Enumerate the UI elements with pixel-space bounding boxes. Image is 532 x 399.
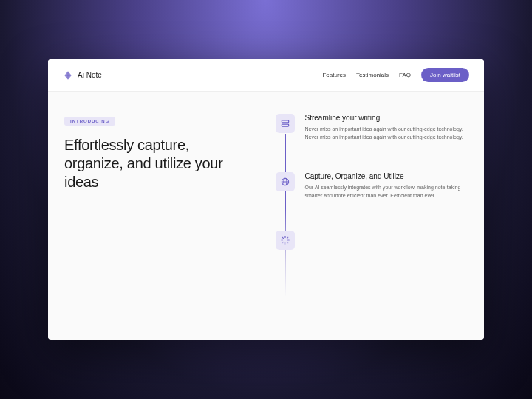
logo[interactable]: Ai Note: [63, 70, 102, 81]
feature-content: Streamline your writing Never miss an im…: [305, 114, 470, 141]
main-nav: Features Testimonials FAQ Join waitlist: [322, 68, 469, 82]
hero-section: INTRODUCING Effortlessly capture, organi…: [63, 112, 246, 325]
feature-content: Capture, Organize, and Utilize Our AI se…: [305, 172, 470, 200]
feature-title: Streamline your writing: [305, 114, 470, 122]
svg-rect-0: [282, 120, 288, 123]
hero-headline: Effortlessly capture, organize, and util…: [64, 136, 246, 191]
svg-line-11: [282, 242, 283, 242]
stack-icon: [276, 114, 295, 133]
svg-line-9: [282, 237, 283, 238]
features-timeline: Streamline your writing Never miss an im…: [276, 112, 470, 325]
feature-item-loading: [276, 231, 470, 250]
logo-icon: [63, 70, 73, 81]
nav-faq[interactable]: FAQ: [399, 72, 411, 78]
loading-icon: [276, 231, 295, 250]
svg-line-10: [287, 242, 287, 242]
join-waitlist-button[interactable]: Join waitlist: [421, 68, 469, 82]
intro-badge: INTRODUCING: [64, 117, 115, 126]
feature-description: Never miss an important idea again with …: [305, 126, 470, 141]
feature-description: Our AI seamlessly integrates with your w…: [305, 184, 470, 200]
header: Ai Note Features Testimonials FAQ Join w…: [48, 59, 484, 92]
svg-rect-1: [282, 124, 288, 126]
feature-item: Streamline your writing Never miss an im…: [276, 114, 470, 141]
nav-testimonials[interactable]: Testimonials: [356, 72, 389, 78]
app-window: Ai Note Features Testimonials FAQ Join w…: [48, 59, 484, 340]
svg-line-12: [287, 237, 287, 238]
brand-name: Ai Note: [78, 71, 102, 79]
globe-icon: [276, 172, 295, 191]
nav-features[interactable]: Features: [322, 72, 346, 78]
main-content: INTRODUCING Effortlessly capture, organi…: [48, 92, 484, 340]
feature-title: Capture, Organize, and Utilize: [305, 172, 470, 180]
timeline-connector-faded: [285, 208, 286, 297]
feature-item: Capture, Organize, and Utilize Our AI se…: [276, 172, 470, 200]
